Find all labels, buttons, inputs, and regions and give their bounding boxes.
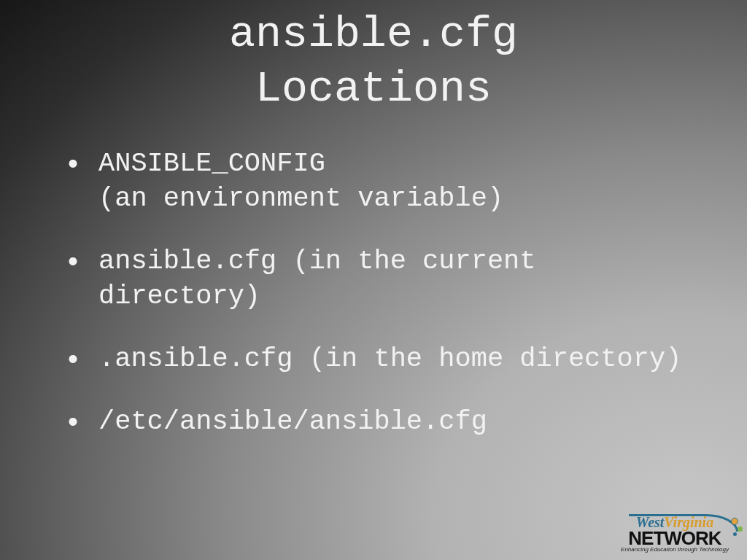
logo-dots-icon [729,518,743,540]
slide-title: ansible.cfg Locations [29,7,718,117]
bullet-list: ANSIBLE_CONFIG (an environment variable)… [29,146,718,440]
list-item: .ansible.cfg (in the home directory) [98,341,689,376]
logo-arc-icon [629,514,738,532]
wvnet-logo: WestVirginia NETWORK Enhancing Education… [613,515,737,553]
slide: ansible.cfg Locations ANSIBLE_CONFIG (an… [0,0,747,560]
list-item: ANSIBLE_CONFIG (an environment variable) [98,146,689,216]
list-item: ansible.cfg (in the current directory) [98,244,689,314]
logo-tagline: Enhancing Education through Technology [613,547,737,553]
list-item: /etc/ansible/ansible.cfg [98,404,689,439]
